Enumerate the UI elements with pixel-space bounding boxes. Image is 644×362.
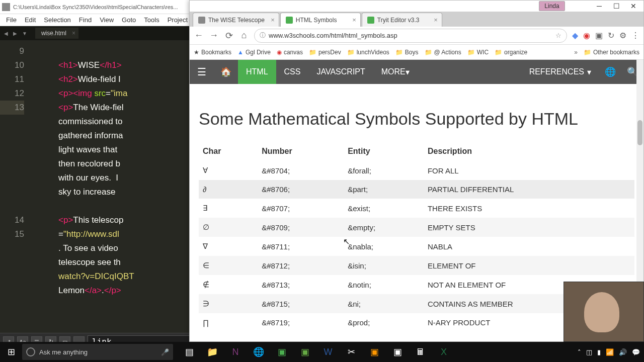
bookmark-item[interactable]: 📁 @ Actions — [425, 49, 461, 56]
menu-goto[interactable]: Goto — [118, 15, 140, 25]
ext-icon[interactable]: ◉ — [583, 31, 590, 40]
wifi-icon[interactable]: 📶 — [606, 348, 614, 356]
tray-icon[interactable]: ◫ — [586, 348, 592, 356]
tab-prev-icon[interactable]: ◀ — [2, 30, 10, 37]
cell-char: ∀ — [199, 161, 258, 180]
menu-tools[interactable]: Tools — [140, 15, 163, 25]
tab-wise[interactable]: The WISE Telescope× — [193, 13, 279, 27]
taskview-icon[interactable]: ▤ — [178, 342, 200, 361]
nav-js[interactable]: JAVASCRIPT — [308, 60, 373, 84]
scrollbar-thumb[interactable] — [637, 120, 642, 145]
browser-titlebar: Linda ─ ☐ ✕ — [190, 1, 643, 12]
hamburger-icon[interactable]: ☰ — [190, 66, 214, 78]
chrome-icon[interactable]: 🌐 — [248, 342, 270, 361]
ext-icon[interactable]: ◆ — [572, 31, 578, 40]
tab-html-symbols[interactable]: HTML Symbols× — [280, 13, 361, 27]
close-icon[interactable]: × — [271, 16, 275, 24]
caret-down-icon: ▾ — [406, 67, 410, 77]
tab-down-icon[interactable]: ▼ — [20, 30, 29, 37]
nav-css[interactable]: CSS — [276, 60, 309, 84]
notifications-icon[interactable]: 💬 — [632, 348, 640, 356]
menu-icon[interactable]: ⋮ — [631, 31, 639, 40]
nav-more[interactable]: MORE ▾ — [373, 60, 418, 84]
globe-icon[interactable]: 🌐 — [599, 66, 621, 77]
bookmark-item[interactable]: 📁 lunchVideos — [347, 49, 389, 56]
nav-html[interactable]: HTML — [238, 60, 276, 84]
cortana-search[interactable]: Ask me anything 🎤 — [22, 344, 173, 360]
excel-icon[interactable]: X — [433, 342, 455, 361]
bookmark-item[interactable]: 📁 WIC — [467, 49, 489, 56]
bookmarks-overflow[interactable]: » — [574, 49, 578, 56]
explorer-icon[interactable]: 📁 — [201, 342, 223, 361]
cortana-icon — [26, 347, 35, 356]
cell-char: ∅ — [199, 218, 258, 237]
back-button[interactable]: ← — [194, 30, 204, 41]
close-icon[interactable]: × — [352, 16, 356, 24]
home-icon[interactable]: 🏠 — [214, 66, 238, 77]
ext-icon[interactable]: ⚙ — [619, 31, 626, 40]
minimize-button[interactable]: ─ — [591, 1, 607, 11]
favicon-icon — [367, 17, 374, 24]
bookmark-item[interactable]: 📁 Boys — [395, 49, 419, 56]
app-icon[interactable]: ▣ — [271, 342, 293, 361]
volume-icon[interactable]: 🔊 — [619, 348, 627, 356]
info-icon[interactable]: ⓘ — [260, 31, 266, 40]
word-icon[interactable]: W — [317, 342, 339, 361]
menu-project[interactable]: Project — [164, 15, 192, 25]
ext-icon[interactable]: ▣ — [595, 31, 603, 40]
bookmark-item[interactable]: ★ Bookmarks — [194, 49, 231, 56]
system-tray[interactable]: ˄ ◫ ▮ 📶 🔊 💬 — [574, 348, 644, 356]
snip-icon[interactable]: ✂ — [340, 342, 362, 361]
onenote-icon[interactable]: N — [224, 342, 247, 361]
close-button[interactable]: ✕ — [625, 1, 641, 11]
maximize-button[interactable]: ☐ — [608, 1, 624, 11]
cell-desc: FOR ALL — [424, 161, 634, 180]
tray-up-icon[interactable]: ˄ — [578, 348, 581, 356]
cell-number: &#8704; — [258, 161, 344, 180]
forward-button[interactable]: → — [209, 30, 219, 41]
editor-title: C:\Users\Linda\Box Sync\2350\Videos\html… — [13, 4, 178, 10]
table-row: ∃&#8707;&exist;THERE EXISTS — [199, 199, 634, 218]
bookmark-item[interactable]: ◉ canvas — [277, 49, 303, 56]
table-row: ∈&#8712;&isin;ELEMENT OF — [199, 256, 634, 275]
th-desc: Description — [424, 142, 634, 161]
tab-next-icon[interactable]: ▶ — [11, 30, 19, 37]
cell-char: ∋ — [199, 294, 258, 313]
cell-number: &#8715; — [258, 294, 344, 313]
menu-find[interactable]: Find — [75, 15, 96, 25]
reload-button[interactable]: ⟳ — [224, 30, 234, 41]
tab-tryit[interactable]: Tryit Editor v3.3× — [362, 13, 442, 27]
url-bar[interactable]: ⓘ www.w3schools.com/html/html_symbols.as… — [254, 29, 567, 43]
ext-icon[interactable]: ↻ — [608, 31, 614, 40]
browser-toolbar: ← → ⟳ ⌂ ⓘ www.w3schools.com/html/html_sy… — [190, 27, 643, 45]
browser-tabs: The WISE Telescope× HTML Symbols× Tryit … — [190, 12, 643, 27]
bookmark-item[interactable]: 📁 organize — [495, 49, 527, 56]
cell-number: &#8712; — [258, 256, 344, 275]
menu-view[interactable]: View — [96, 15, 118, 25]
bookmark-star-icon[interactable]: ☆ — [555, 32, 561, 39]
battery-icon[interactable]: ▮ — [597, 348, 601, 356]
extension-icons: ◆ ◉ ▣ ↻ ⚙ ⋮ — [572, 31, 639, 40]
close-icon[interactable]: × — [434, 16, 438, 24]
bookmark-item[interactable]: ▲ Ggl Drive — [237, 49, 271, 56]
start-button[interactable]: ⊞ — [0, 342, 22, 362]
app-icon[interactable]: ▣ — [386, 342, 409, 361]
menu-edit[interactable]: Edit — [21, 15, 40, 25]
cell-desc: ELEMENT OF — [424, 256, 634, 275]
menu-selection[interactable]: Selection — [40, 15, 74, 25]
camtasia-icon[interactable]: ▣ — [294, 342, 316, 361]
editor-tab[interactable]: wise.html × — [35, 28, 78, 39]
calc-icon[interactable]: 🖩 — [410, 342, 432, 361]
bookmark-item[interactable]: 📁 persDev — [309, 49, 341, 56]
user-badge[interactable]: Linda — [539, 1, 565, 11]
cell-desc: PARTIAL DIFFERENTIAL — [424, 180, 634, 199]
nav-references[interactable]: REFERENCES ▾ — [521, 67, 599, 77]
cell-entity: &isin; — [344, 256, 424, 275]
home-button[interactable]: ⌂ — [239, 30, 249, 41]
close-icon[interactable]: × — [72, 30, 75, 37]
mic-icon[interactable]: 🎤 — [161, 348, 169, 356]
other-bookmarks[interactable]: 📁 Other bookmarks — [584, 49, 639, 56]
cell-desc: THERE EXISTS — [424, 199, 634, 218]
sublime-icon[interactable]: ▣ — [363, 342, 385, 361]
menu-file[interactable]: File — [2, 15, 21, 25]
